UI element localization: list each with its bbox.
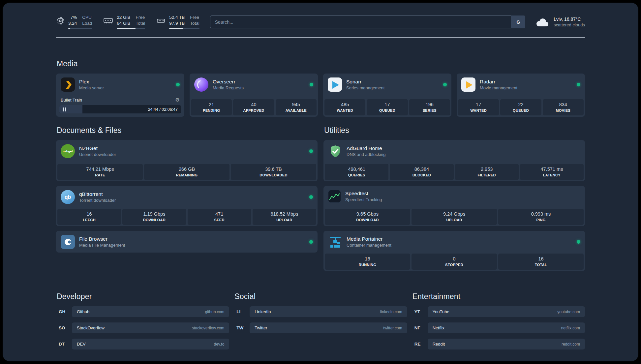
bookmark-netflix: NF Netflix netflix.com <box>412 322 585 333</box>
bookmark-link[interactable]: YouTube youtube.com <box>428 306 585 317</box>
section-media: Media Plex Media server Bullet Train <box>56 59 585 117</box>
search-provider-button[interactable]: G <box>511 15 525 28</box>
section-title-entertainment: Entertainment <box>412 292 585 301</box>
bookmark-group-developer: Developer GH Github github.com SO StackO… <box>56 292 229 349</box>
service-desc: Speedtest Tracking <box>345 197 382 202</box>
service-desc: Media Requests <box>213 85 244 91</box>
bookmark-abbr: LI <box>234 309 250 314</box>
plex-now-playing: Bullet Train ⚙ 24:44 / 02:06:47 <box>56 97 184 117</box>
service-card-qbittorrent[interactable]: qb qBittorrent Torrent downloader 16 LEE… <box>56 186 318 226</box>
disk-icon <box>156 16 166 25</box>
stat-filtered: 2,953 FILTERED <box>455 164 519 180</box>
disk-free-value: 52.4 TB <box>169 15 185 20</box>
disk-progress-bar <box>169 28 199 29</box>
stat-downloaded: 39.6 TB DOWNLOADED <box>231 164 316 180</box>
bookmark-group-social: Social LI LinkedIn linkedin.com TW Twitt… <box>234 292 407 349</box>
memory-free-value: 22 GiB <box>117 15 130 20</box>
service-name: AdGuard Home <box>347 145 386 152</box>
stat-wanted: 17 WANTED <box>458 99 499 115</box>
bookmark-group-entertainment: Entertainment YT YouTube youtube.com NF … <box>412 292 585 349</box>
service-card-filebrowser[interactable]: File Browser Media File Management <box>56 231 318 253</box>
service-card-portainer[interactable]: Media Portainer Container management 16 … <box>323 231 585 271</box>
bookmark-link[interactable]: Twitter twitter.com <box>250 322 407 333</box>
status-dot <box>176 83 180 86</box>
stat-upload: 618.52 Mbps UPLOAD <box>253 209 316 225</box>
search-input[interactable] <box>210 15 526 28</box>
stat-seed: 471 SEED <box>188 209 251 225</box>
portainer-icon <box>328 235 342 249</box>
service-card-adguard[interactable]: AdGuard Home DNS and adblocking 498,461 … <box>323 140 585 181</box>
bookmark-abbr: GH <box>56 309 72 314</box>
service-name: qBittorrent <box>79 191 116 197</box>
bookmark-abbr: TW <box>234 325 250 330</box>
bookmark-abbr: RE <box>412 342 428 347</box>
nzbget-icon: nzbget <box>61 144 75 158</box>
service-card-radarr[interactable]: Radarr Movie management 17 WANTED 22 QUE… <box>457 74 585 117</box>
pause-button[interactable] <box>63 107 66 111</box>
cpu-progress-bar <box>68 28 92 29</box>
service-desc: Torrent downloader <box>79 197 116 203</box>
player-time: 24:44 / 02:06:47 <box>148 107 181 112</box>
stat-stopped: 0 STOPPED <box>412 254 497 270</box>
bookmark-abbr: NF <box>412 325 428 330</box>
adguard-icon <box>328 144 342 158</box>
bookmark-dev: DT DEV dev.to <box>56 339 229 349</box>
service-card-nzbget[interactable]: nzbget NZBGet Usenet downloader 744.21 M… <box>56 140 318 181</box>
bookmark-abbr: DT <box>56 342 72 347</box>
radarr-icon <box>461 77 475 92</box>
qbittorrent-icon: qb <box>61 190 75 204</box>
sonarr-icon <box>328 77 342 92</box>
status-dot <box>443 83 447 86</box>
bookmark-reddit: RE Reddit reddit.com <box>412 339 585 349</box>
system-widgets: 7% CPU 3.24 Load 22 GiB Free 64 GiB Tota… <box>56 15 199 29</box>
disk-free-label: Free <box>190 15 199 20</box>
service-card-overseerr[interactable]: Overseerr Media Requests 21 PENDING 40 A… <box>190 74 318 117</box>
section-title-social: Social <box>234 292 407 301</box>
stat-series: 196 SERIES <box>409 99 450 115</box>
memory-widget: 22 GiB Free 64 GiB Total <box>103 15 145 29</box>
filebrowser-icon <box>61 235 75 249</box>
stat-movies: 834 MOVIES <box>543 99 584 115</box>
stat-approved: 40 APPROVED <box>233 99 274 115</box>
bookmark-link[interactable]: DEV dev.to <box>72 339 229 349</box>
service-desc: Movie management <box>480 85 517 91</box>
service-name: Overseerr <box>213 78 244 85</box>
service-name: Sonarr <box>346 78 384 85</box>
stat-running: 16 RUNNING <box>325 254 410 270</box>
plex-icon <box>61 77 75 92</box>
service-card-plex[interactable]: Plex Media server Bullet Train ⚙ 24:44 /… <box>56 74 184 117</box>
service-name: Plex <box>79 78 104 85</box>
status-dot <box>309 195 313 199</box>
bookmark-link[interactable]: LinkedIn linkedin.com <box>250 306 407 317</box>
service-name: Speedtest <box>345 190 382 197</box>
disk-total-value: 97.9 TB <box>169 20 185 26</box>
weather-widget: Lviv, 16.87°C scattered clouds <box>534 16 585 28</box>
section-title-documents: Documents & Files <box>57 126 318 135</box>
stat-queued: 22 QUEUED <box>500 99 541 115</box>
memory-progress-bar <box>117 28 145 29</box>
gear-icon[interactable]: ⚙ <box>175 97 180 103</box>
player-progress-bar[interactable]: 24:44 / 02:06:47 <box>59 105 181 113</box>
service-card-speedtest[interactable]: Speedtest Speedtest Tracking 9.65 Gbps D… <box>323 186 585 226</box>
bookmark-link[interactable]: Github github.com <box>72 306 229 317</box>
bookmark-abbr: SO <box>56 325 72 330</box>
dashboard-page: 7% CPU 3.24 Load 22 GiB Free 64 GiB Tota… <box>3 3 638 361</box>
status-dot <box>577 83 580 86</box>
service-desc: Media server <box>79 85 104 91</box>
cpu-percent: 7% <box>68 15 77 20</box>
top-bar: 7% CPU 3.24 Load 22 GiB Free 64 GiB Tota… <box>56 3 585 29</box>
stat-rate: 744.21 Mbps RATE <box>57 164 143 180</box>
cpu-icon <box>56 16 65 25</box>
memory-free-label: Free <box>136 15 145 20</box>
bookmark-link[interactable]: Reddit reddit.com <box>428 339 585 349</box>
stat-upload: 9.24 Gbps UPLOAD <box>412 209 497 225</box>
bookmark-link[interactable]: StackOverflow stackoverflow.com <box>72 322 229 333</box>
service-name: Media Portainer <box>347 236 391 242</box>
track-title: Bullet Train <box>61 98 82 103</box>
stat-remaining: 266 GB REMAINING <box>144 164 229 180</box>
topbar-divider <box>56 37 585 38</box>
stat-pending: 21 PENDING <box>191 99 232 115</box>
service-card-sonarr[interactable]: Sonarr Series management 485 WANTED 17 Q… <box>323 74 451 117</box>
stat-download: 9.65 Gbps DOWNLOAD <box>325 209 410 225</box>
bookmark-link[interactable]: Netflix netflix.com <box>428 322 585 333</box>
